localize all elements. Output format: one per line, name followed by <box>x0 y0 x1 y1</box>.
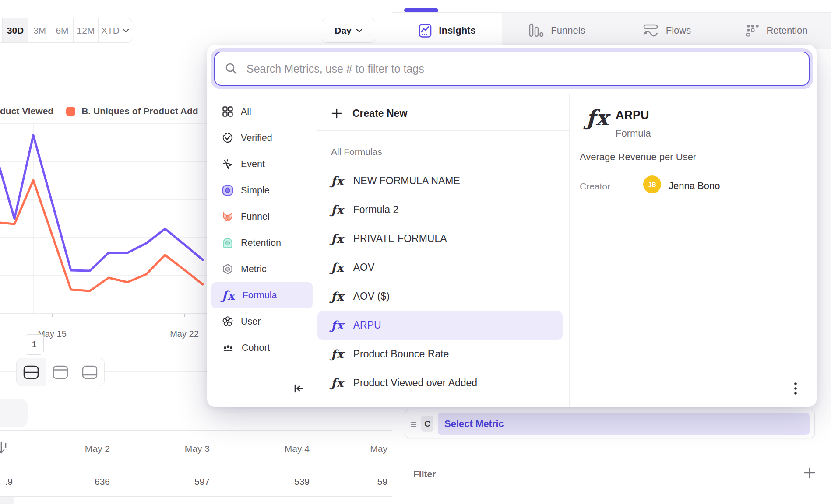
sidebar-item-funnel[interactable]: Funnel <box>211 203 313 230</box>
sidebar-item-event[interactable]: Event <box>211 151 313 177</box>
formula-list-item-selected[interactable]: ƒx ARPU <box>317 311 563 340</box>
chart-svg <box>0 105 207 350</box>
formula-list-item[interactable]: ƒx AOV ($) <box>317 282 569 311</box>
add-filter-button[interactable] <box>803 466 816 480</box>
detail-footer <box>570 370 817 407</box>
formula-fx-icon: ƒx <box>331 204 344 216</box>
flows-wave-icon <box>643 23 659 38</box>
sidebar-item-cohort[interactable]: Cohort <box>211 335 313 361</box>
formula-list-item[interactable]: ƒx Product Bounce Rate <box>317 340 569 369</box>
formula-fx-icon: ƒx <box>222 290 235 301</box>
table-rowhead-cell <box>0 497 14 504</box>
layout-split-button[interactable] <box>17 358 46 386</box>
metric-detail-panel: ƒx ARPU Formula Average Revenue per User… <box>569 94 817 407</box>
grid-icon <box>222 106 233 117</box>
sidebar-item-formula[interactable]: ƒx Formula <box>211 282 313 308</box>
time-range-xtd-button[interactable]: XTD <box>98 18 132 42</box>
granularity-label: Day <box>335 25 352 36</box>
table-cell: 539 <box>214 467 314 496</box>
filter-section-label: Filter <box>413 469 436 480</box>
detail-description: Average Revenue per User <box>580 151 696 163</box>
table-column-header[interactable]: May 3 <box>114 431 214 467</box>
avatar: JB <box>643 175 661 193</box>
list-divider <box>317 130 569 131</box>
time-range-6m-button[interactable]: 6M <box>51 18 73 42</box>
sidebar-item-label: Metric <box>241 264 267 275</box>
active-tab-indicator <box>404 8 438 12</box>
select-metric-label: Select Metric <box>444 418 504 430</box>
sidebar-item-verified[interactable]: Verified <box>211 125 313 151</box>
granularity-day-button[interactable]: Day <box>322 18 375 43</box>
creator-label: Creator <box>580 181 610 192</box>
detail-type: Formula <box>616 128 651 139</box>
tab-flows[interactable]: Flows <box>612 13 722 49</box>
layout-top-button[interactable] <box>46 358 75 386</box>
series-number-badge[interactable]: 1 <box>25 334 44 355</box>
create-new-label: Create New <box>352 108 407 119</box>
funnels-bars-icon <box>528 23 544 38</box>
sidebar-item-all[interactable]: All <box>211 98 313 125</box>
sidebar-item-metric[interactable]: Metric <box>211 256 313 282</box>
list-section-label: All Formulas <box>331 147 569 157</box>
tab-insights[interactable]: Insights <box>392 13 502 49</box>
sidebar-item-retention[interactable]: Retention <box>211 230 313 256</box>
drag-handle-icon[interactable] <box>410 421 417 427</box>
retention-dots-icon <box>746 23 760 38</box>
tab-retention[interactable]: Retention <box>722 13 831 49</box>
table-row: .9 636 597 539 59 <box>0 467 392 497</box>
formula-list-item[interactable]: ƒx NEW FORMULA NAME <box>317 167 569 196</box>
sidebar-item-label: Funnel <box>241 211 270 222</box>
cohort-people-icon <box>222 342 234 354</box>
event-cursor-icon <box>222 158 233 170</box>
sort-icon <box>0 440 8 457</box>
layout-split-icon <box>23 365 39 380</box>
sidebar-item-label: Event <box>241 159 265 170</box>
formula-fx-icon: ƒx <box>331 377 344 389</box>
retention-icon <box>222 237 233 248</box>
formula-list-item[interactable]: ƒx PRIVATE FORMULA <box>317 224 569 253</box>
create-new-button[interactable]: Create New <box>317 100 569 126</box>
plus-icon <box>803 466 816 480</box>
table-column-header[interactable]: May 2 <box>14 431 114 467</box>
formula-fx-icon: ƒx <box>331 348 344 360</box>
collapse-sidebar-icon[interactable] <box>292 382 305 395</box>
table-sort-cell[interactable] <box>0 431 14 467</box>
table-cell: 636 <box>14 467 114 496</box>
formula-list-item[interactable]: ƒx Product Viewed over Added <box>317 369 569 398</box>
tab-funnels[interactable]: Funnels <box>502 13 612 49</box>
metric-hexagon-icon <box>222 263 233 275</box>
search-input[interactable] <box>246 62 799 76</box>
time-range-12m-button[interactable]: 12M <box>73 18 98 42</box>
select-metric-button[interactable]: Select Metric <box>438 413 810 435</box>
table-header-row: May 2 May 3 May 4 May <box>0 430 392 467</box>
plus-icon <box>331 108 342 119</box>
sidebar-item-label: Retention <box>241 238 281 248</box>
formula-list-item[interactable]: ƒx AOV <box>317 253 569 282</box>
table-row-partial <box>0 497 392 504</box>
formula-item-label: AOV ($) <box>353 290 390 302</box>
formula-item-label: Product Bounce Rate <box>353 348 449 360</box>
tab-label: Funnels <box>551 25 585 36</box>
metric-picker-dropdown: All Verified Event <box>207 45 817 407</box>
x-tick-label: May 22 <box>158 329 211 339</box>
sidebar-item-label: User <box>241 316 261 327</box>
table-rowhead-cell: .9 <box>0 467 14 496</box>
chevron-down-icon <box>123 28 129 33</box>
sidebar-item-user[interactable]: User <box>211 308 313 335</box>
time-range-30d-button[interactable]: 30D <box>2 18 28 42</box>
sidebar-item-simple[interactable]: Simple <box>211 177 313 203</box>
sidebar-item-label: All <box>241 106 251 117</box>
layout-bottom-icon <box>81 365 98 380</box>
formula-item-label: Product Viewed over Added <box>353 377 477 389</box>
table-column-header[interactable]: May <box>314 431 392 467</box>
table-column-header[interactable]: May 4 <box>214 431 314 467</box>
time-range-3m-button[interactable]: 3M <box>28 18 51 42</box>
kebab-menu-icon[interactable] <box>794 382 797 395</box>
formula-list-item[interactable]: ƒx Formula 2 <box>317 196 569 224</box>
layout-bottom-button[interactable] <box>75 358 104 386</box>
tab-label: Insights <box>439 25 475 36</box>
sidebar-item-label: Verified <box>241 133 272 144</box>
layout-top-icon <box>52 365 69 380</box>
sidebar-item-label: Simple <box>241 185 270 196</box>
breakdown-table: May 2 May 3 May 4 May .9 636 597 539 59 <box>0 430 392 504</box>
